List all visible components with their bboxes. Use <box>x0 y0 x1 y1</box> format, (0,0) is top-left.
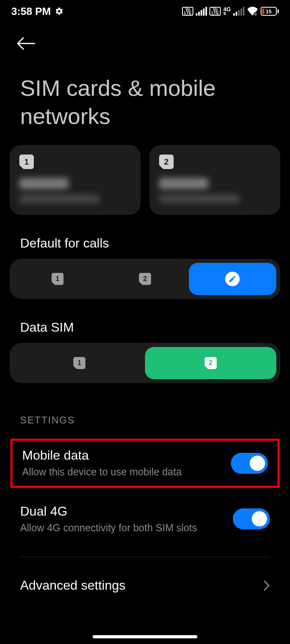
sim-chip-icon: 1 <box>52 273 64 285</box>
settings-gear-icon <box>55 7 64 16</box>
battery-percentage: 15 <box>261 8 276 15</box>
data-sim-sim1[interactable]: 1 <box>14 347 145 379</box>
sim-chip-icon: 1 <box>73 357 85 369</box>
sim-2-number-redacted <box>159 195 239 203</box>
default-calls-sim2[interactable]: 2 <box>101 263 188 295</box>
dual-4g-row[interactable]: Dual 4G Allow 4G connectivity for both S… <box>0 490 290 543</box>
page-title: SIM cards & mobile networks <box>0 55 290 145</box>
back-arrow-icon[interactable] <box>15 36 275 51</box>
data-sim-sim2[interactable]: 2 <box>145 347 276 379</box>
sim-chip-icon: 2 <box>139 273 151 285</box>
data-sim-selector: 1 2 <box>10 343 280 383</box>
network-4g-icon: 4G⇅ <box>223 7 231 16</box>
sim-1-chip-icon: 1 <box>19 155 34 169</box>
status-time: 3:58 PM <box>11 5 51 18</box>
sim-chip-icon: 2 <box>205 357 217 369</box>
settings-header: SETTINGS <box>0 383 290 436</box>
mobile-data-row[interactable]: Mobile data Allow this device to use mob… <box>22 448 268 479</box>
mobile-data-subtitle: Allow this device to use mobile data <box>22 465 223 479</box>
sim-2-operator-redacted <box>159 178 208 189</box>
dual-4g-title: Dual 4G <box>20 504 225 519</box>
dual-4g-subtitle: Allow 4G connectivity for both SIM slots <box>20 521 225 535</box>
battery-icon: 15 <box>261 7 279 16</box>
signal-sim2-icon <box>233 7 244 16</box>
chevron-right-icon <box>263 580 270 592</box>
mobile-data-toggle[interactable] <box>231 453 268 474</box>
status-bar: 3:58 PM Vo LTE Vo LTE 4G⇅ 15 <box>0 0 290 23</box>
signal-sim1-icon <box>196 7 207 16</box>
volte-sim2-icon: Vo LTE <box>209 7 221 16</box>
volte-sim1-icon: Vo LTE <box>182 7 193 16</box>
sim-card-2[interactable]: 2 <box>149 145 280 215</box>
default-calls-selector: 1 2 <box>10 259 280 299</box>
default-calls-sim1[interactable]: 1 <box>14 263 101 295</box>
mobile-data-highlight: Mobile data Allow this device to use mob… <box>10 439 280 488</box>
default-calls-ask[interactable] <box>189 263 276 295</box>
advanced-settings-title: Advanced settings <box>20 578 126 593</box>
gesture-nav-bar[interactable] <box>0 635 290 638</box>
advanced-settings-row[interactable]: Advanced settings <box>0 557 290 593</box>
data-sim-label: Data SIM <box>0 299 290 343</box>
default-calls-label: Default for calls <box>0 215 290 259</box>
ask-every-time-icon <box>225 272 240 286</box>
mobile-data-title: Mobile data <box>22 448 223 463</box>
sim-card-1[interactable]: 1 <box>10 145 141 215</box>
dual-4g-toggle[interactable] <box>233 508 270 529</box>
wifi-icon <box>247 6 258 16</box>
svg-point-0 <box>253 12 257 16</box>
sim-1-operator-redacted <box>19 178 68 189</box>
sim-1-number-redacted <box>19 195 99 203</box>
sim-2-chip-icon: 2 <box>159 155 174 169</box>
